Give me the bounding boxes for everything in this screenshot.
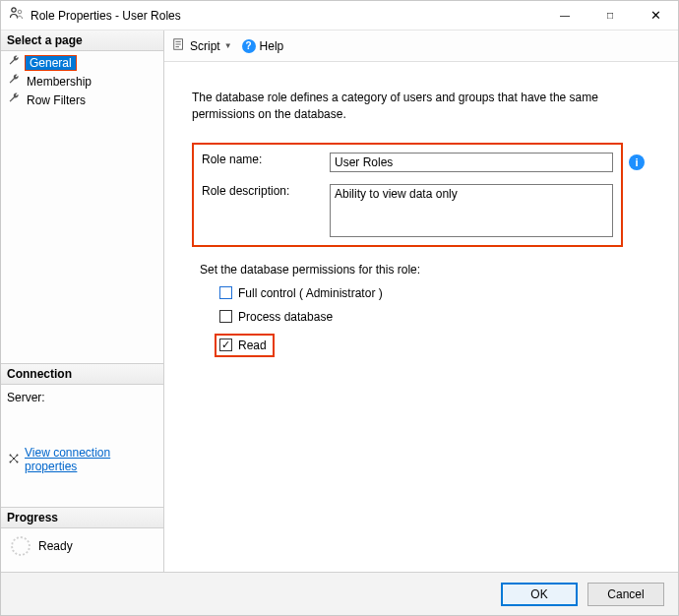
minimize-button[interactable]: ―	[542, 1, 587, 30]
sidebar-item-label: Membership	[25, 75, 93, 89]
checkbox-icon[interactable]	[219, 286, 232, 299]
svg-point-0	[12, 8, 16, 12]
sidebar-item-general[interactable]: General	[1, 53, 163, 72]
role-desc-input[interactable]	[330, 184, 613, 237]
connection-header: Connection	[1, 363, 163, 385]
sidebar: Select a page General Membership Row Fil…	[1, 31, 164, 572]
help-label: Help	[260, 39, 284, 53]
perm-process-database[interactable]: Process database	[219, 310, 650, 324]
perm-full-label: Full control ( Administrator )	[238, 286, 383, 300]
sidebar-item-row-filters[interactable]: Row Filters	[1, 91, 163, 109]
script-button[interactable]: Script ▼	[172, 37, 232, 54]
svg-point-1	[18, 10, 22, 14]
select-page-header: Select a page	[1, 31, 163, 51]
perm-read[interactable]: Read	[215, 334, 275, 357]
progress-status: Ready	[38, 539, 73, 553]
script-icon	[172, 37, 186, 54]
view-connection-link[interactable]: View connection properties	[25, 446, 157, 473]
maximize-button[interactable]: □	[587, 1, 633, 30]
help-icon: ?	[242, 39, 256, 53]
checkbox-icon[interactable]	[219, 310, 232, 323]
toolbar: Script ▼ ? Help	[164, 31, 678, 62]
permissions-list: Full control ( Administrator ) Process d…	[192, 286, 650, 357]
perm-process-label: Process database	[238, 310, 333, 324]
content-pane: Script ▼ ? Help The database role define…	[164, 31, 678, 572]
script-label: Script	[190, 39, 220, 53]
progress-spinner-icon	[11, 536, 31, 556]
checkbox-icon[interactable]	[219, 339, 232, 351]
cancel-button[interactable]: Cancel	[587, 583, 664, 606]
intro-text: The database role defines a category of …	[192, 90, 650, 123]
connection-body: Server:	[1, 385, 163, 444]
wrench-icon	[7, 54, 21, 71]
role-desc-label: Role description:	[202, 184, 320, 198]
connection-icon	[7, 452, 21, 468]
page-nav-list: General Membership Row Filters	[1, 51, 163, 115]
close-button[interactable]: ✕	[633, 1, 678, 30]
sidebar-item-label: Row Filters	[25, 93, 88, 107]
window-title: Role Properties - User Roles	[31, 9, 542, 23]
permissions-label: Set the database permissions for this ro…	[200, 263, 650, 277]
role-name-input[interactable]	[330, 153, 613, 172]
ok-button[interactable]: OK	[501, 583, 578, 606]
sidebar-item-label: General	[26, 56, 76, 70]
perm-read-label: Read	[238, 339, 267, 352]
role-form: Role name: Role description: i	[192, 143, 623, 247]
wrench-icon	[7, 92, 21, 108]
sidebar-item-membership[interactable]: Membership	[1, 72, 163, 91]
dialog-footer: OK Cancel	[1, 572, 678, 615]
help-button[interactable]: ? Help	[242, 39, 284, 53]
info-icon[interactable]: i	[629, 154, 645, 170]
role-icon	[9, 6, 25, 25]
perm-full-control[interactable]: Full control ( Administrator )	[219, 286, 650, 300]
role-name-label: Role name:	[202, 153, 320, 166]
chevron-down-icon: ▼	[224, 41, 232, 50]
server-label: Server:	[7, 391, 157, 404]
progress-header: Progress	[1, 507, 163, 528]
wrench-icon	[7, 73, 21, 90]
titlebar: Role Properties - User Roles ― □ ✕	[1, 1, 678, 31]
